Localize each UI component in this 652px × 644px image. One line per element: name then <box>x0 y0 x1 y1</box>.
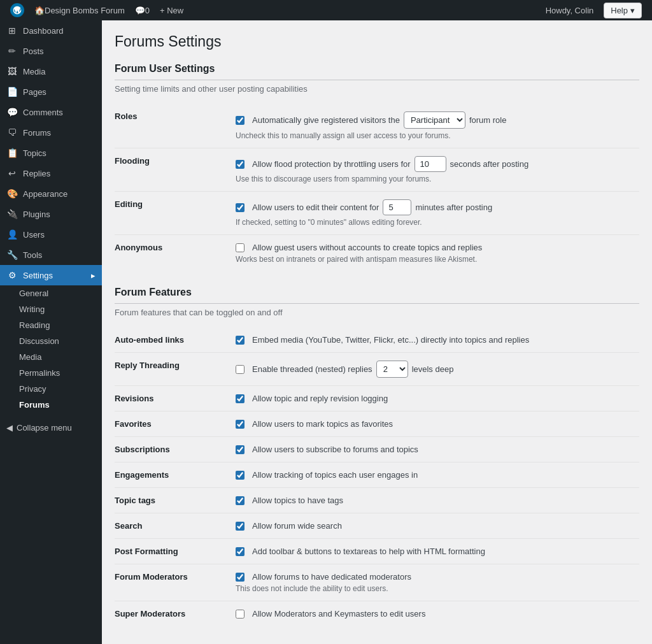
help-button[interactable]: Help ▾ <box>599 0 647 20</box>
editing-field: Allow users to edit their content for mi… <box>229 192 639 235</box>
subscriptions-checkbox[interactable] <box>236 445 244 454</box>
flooding-inline: Allow flood protection by throttling use… <box>236 156 633 172</box>
settings-icon: ⚙ <box>6 270 18 280</box>
sidebar-item-posts[interactable]: ✏ Posts <box>0 41 102 61</box>
submenu-general-label: General <box>19 289 48 298</box>
flooding-input[interactable] <box>415 156 446 172</box>
sidebar-item-comments[interactable]: 💬 Comments <box>0 102 102 122</box>
search-label: Search <box>115 513 229 539</box>
revisions-checkbox[interactable] <box>236 394 244 403</box>
topic-tags-inline: Allow topics to have tags <box>236 496 633 505</box>
sidebar-item-topics[interactable]: 📋 Topics <box>0 143 102 163</box>
collapse-icon: ◀ <box>6 423 13 433</box>
engagements-text: Allow tracking of topics each user engag… <box>252 470 418 480</box>
sidebar-item-tools[interactable]: 🔧 Tools <box>0 245 102 265</box>
sidebar-item-settings[interactable]: ⚙ Settings ▸ <box>0 265 102 285</box>
sidebar-item-pages[interactable]: 📄 Pages <box>0 82 102 102</box>
topic-tags-label: Topic tags <box>115 488 229 513</box>
submenu-discussion-label: Discussion <box>19 336 59 346</box>
sidebar-item-users[interactable]: 👤 Users <box>0 224 102 245</box>
site-name-item[interactable]: 🏠 Design Bombs Forum <box>29 0 130 20</box>
search-checkbox[interactable] <box>236 522 244 531</box>
editing-label: Editing <box>115 192 229 235</box>
table-row: Search Allow forum wide search <box>115 513 639 539</box>
sidebar-label-dashboard: Dashboard <box>23 26 64 36</box>
roles-select[interactable]: Participant Moderator Keymaster <box>404 111 465 129</box>
settings-submenu: General Writing Reading Discussion Media… <box>0 285 102 413</box>
editing-checkbox[interactable] <box>236 203 244 212</box>
table-row: Subscriptions Allow users to subscribe t… <box>115 437 639 462</box>
sidebar-item-media[interactable]: 🖼 Media <box>0 61 102 82</box>
submenu-reading-label: Reading <box>19 320 50 330</box>
media-icon: 🖼 <box>6 66 18 76</box>
sidebar-item-dashboard[interactable]: ⊞ Dashboard <box>0 20 102 41</box>
sidebar-item-plugins[interactable]: 🔌 Plugins <box>0 204 102 224</box>
post-formatting-text: Add toolbar & buttons to textareas to he… <box>252 547 485 556</box>
table-row: Super Moderators Allow Moderators and Ke… <box>115 601 639 627</box>
collapse-menu-button[interactable]: ◀ Collapse menu <box>0 418 102 438</box>
post-formatting-checkbox[interactable] <box>236 547 244 556</box>
sidebar-label-plugins: Plugins <box>23 210 50 219</box>
super-moderators-label: Super Moderators <box>115 601 229 627</box>
engagements-checkbox[interactable] <box>236 471 244 480</box>
flooding-field: Allow flood protection by throttling use… <box>229 148 639 192</box>
autoembed-checkbox[interactable] <box>236 336 244 345</box>
submenu-permalinks[interactable]: Permalinks <box>0 365 102 381</box>
submenu-reading[interactable]: Reading <box>0 317 102 333</box>
table-row: Roles Automatically give registered visi… <box>115 104 639 148</box>
pages-icon: 📄 <box>6 87 18 97</box>
comments-count: 0 <box>145 6 150 15</box>
favorites-checkbox[interactable] <box>236 420 244 429</box>
editing-desc: If checked, setting to "0 minutes" allow… <box>236 218 633 227</box>
threading-checkbox[interactable] <box>236 365 244 374</box>
table-row: Topic tags Allow topics to have tags <box>115 488 639 513</box>
flooding-checkbox[interactable] <box>236 160 244 169</box>
sidebar-item-forums[interactable]: 🗨 Forums <box>0 122 102 143</box>
submenu-privacy[interactable]: Privacy <box>0 381 102 397</box>
sidebar-label-tools: Tools <box>23 250 42 260</box>
submenu-permalinks-label: Permalinks <box>19 368 60 378</box>
threading-inline: Enable threaded (nested) replies 2 3 4 5… <box>236 361 633 378</box>
flooding-desc: Use this to discourage users from spammi… <box>236 175 633 183</box>
comments-icon: 💬 <box>6 107 18 117</box>
submenu-forums[interactable]: Forums <box>0 397 102 413</box>
new-item[interactable]: + New <box>155 0 188 20</box>
flooding-label: Flooding <box>115 148 229 192</box>
favorites-label: Favorites <box>115 411 229 437</box>
help-btn[interactable]: Help ▾ <box>604 3 642 18</box>
anonymous-field: Allow guest users without accounts to cr… <box>229 235 639 272</box>
editing-input[interactable] <box>383 199 411 215</box>
submenu-general[interactable]: General <box>0 285 102 301</box>
main-content: Forums Settings Forum User Settings Sett… <box>102 20 652 644</box>
forums-icon: 🗨 <box>6 127 18 138</box>
engagements-inline: Allow tracking of topics each user engag… <box>236 470 633 480</box>
search-field: Allow forum wide search <box>229 513 639 539</box>
wp-logo-item[interactable] <box>5 0 29 20</box>
submenu-writing[interactable]: Writing <box>0 301 102 317</box>
autoembed-field: Embed media (YouTube, Twitter, Flickr, e… <box>229 327 639 353</box>
comments-item[interactable]: 💬 0 <box>130 0 155 20</box>
super-moderators-checkbox[interactable] <box>236 610 244 619</box>
anonymous-label: Anonymous <box>115 235 229 272</box>
autoembed-label: Auto-embed links <box>115 327 229 353</box>
threading-field: Enable threaded (nested) replies 2 3 4 5… <box>229 353 639 386</box>
sidebar-item-replies[interactable]: ↩ Replies <box>0 163 102 183</box>
app-layout: ⊞ Dashboard ✏ Posts 🖼 Media 📄 Pages 💬 Co… <box>0 20 652 644</box>
anonymous-checkbox[interactable] <box>236 243 244 252</box>
submenu-media[interactable]: Media <box>0 349 102 365</box>
autoembed-text: Embed media (YouTube, Twitter, Flickr, e… <box>252 335 529 345</box>
howdy-item[interactable]: Howdy, Colin <box>541 0 599 20</box>
roles-text-after: forum role <box>469 115 507 125</box>
topic-tags-checkbox[interactable] <box>236 496 244 505</box>
sidebar-item-appearance[interactable]: 🎨 Appearance <box>0 183 102 204</box>
engagements-field: Allow tracking of topics each user engag… <box>229 462 639 488</box>
super-moderators-text: Allow Moderators and Keymasters to edit … <box>252 609 425 619</box>
help-arrow: ▾ <box>630 6 635 15</box>
threading-select[interactable]: 2 3 4 5 6 7 8 9 10 <box>376 361 408 378</box>
topic-tags-text: Allow topics to have tags <box>252 496 343 505</box>
favorites-field: Allow users to mark topics as favorites <box>229 411 639 437</box>
submenu-discussion[interactable]: Discussion <box>0 333 102 349</box>
sidebar: ⊞ Dashboard ✏ Posts 🖼 Media 📄 Pages 💬 Co… <box>0 20 102 644</box>
forum-moderators-checkbox[interactable] <box>236 573 244 582</box>
roles-checkbox[interactable] <box>236 116 244 125</box>
